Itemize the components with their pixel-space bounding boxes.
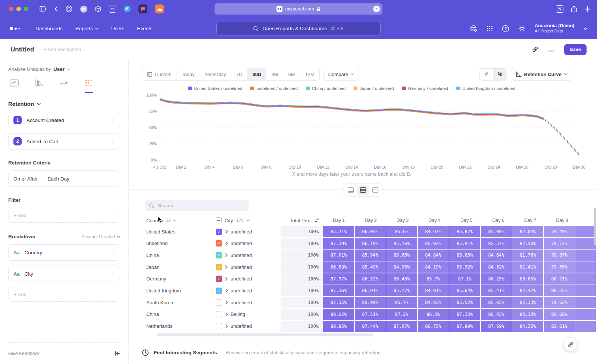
row-checkbox[interactable]: ✓ [216,264,222,270]
address-bar[interactable]: mixpanel.com ••• [215,3,382,15]
share-icon[interactable] [571,6,577,13]
range-3m[interactable]: 3M [266,68,283,80]
nav-dashboards[interactable]: Dashboards [35,26,63,31]
more-menu-icon[interactable]: ... [548,46,554,53]
zoom-window-icon[interactable] [24,7,28,11]
tab-retention[interactable] [85,79,93,93]
day-header[interactable]: Day 6 [483,218,514,223]
give-feedback-link[interactable]: Give Feedback [8,351,40,356]
range-custom[interactable]: Custom [142,68,176,80]
criteria-card[interactable]: On or After Each Day [8,170,120,187]
step-event-name[interactable]: Account Created [26,117,64,123]
apps-grid-icon[interactable] [487,25,493,32]
day-header[interactable]: Day 5 [451,218,482,223]
range-today[interactable]: Today [176,68,200,80]
breakdown-card-country[interactable]: Aa Country ⋮ [8,244,120,261]
compare-button[interactable]: Compare [323,68,359,81]
legend-item[interactable]: undefined / undefined [250,86,298,91]
expand-chevron-right-icon[interactable] [225,301,228,304]
row-checkbox[interactable] [216,323,222,329]
view-chart-icon[interactable] [345,185,356,195]
legend-item[interactable]: Japan / undefined [354,86,394,91]
country-column-header[interactable]: Country 52 [142,218,213,223]
add-description[interactable]: + Add description... [44,47,85,52]
legend-item[interactable]: Germany / undefined [402,86,448,91]
legend-item[interactable]: United Kingdom / undefined [456,86,515,91]
global-search[interactable]: Open Reports & Dashboards ⌘ + K [216,22,381,35]
gear-icon[interactable] [518,25,526,32]
help-icon[interactable]: ? [502,25,509,32]
expand-chevron-right-icon[interactable] [225,230,228,233]
page-actions-icon[interactable]: ••• [373,6,380,12]
row-checkbox[interactable] [216,299,222,306]
expand-chevron-right-icon[interactable] [225,324,228,328]
day-header[interactable]: Day 1 [323,218,354,223]
view-split-icon[interactable] [357,185,369,195]
day-header[interactable]: Day 3 [387,218,418,223]
breakdown-event-select[interactable]: Account Created [82,234,120,239]
expand-chevron-right-icon[interactable] [225,277,228,281]
range-30d[interactable]: 30D [247,68,266,80]
bird-favicon-icon[interactable] [124,5,131,13]
breakdown-property[interactable]: Country [25,250,42,255]
range-12m[interactable]: 12M [300,68,319,80]
tab-funnels[interactable] [35,79,43,93]
row-checkbox[interactable]: ✓ [216,276,222,282]
total-column-header[interactable]: Total Pro... [281,218,323,223]
breakdown-card-city[interactable]: Aa City ⋮ [8,266,120,282]
kebab-icon[interactable]: ⋮ [110,140,115,142]
range-yesterday[interactable]: Yesterday [200,68,231,80]
save-button[interactable]: Save [564,44,587,55]
chart-type-button[interactable]: Retention Curve [511,68,572,81]
day-header[interactable]: Day 8 [547,218,578,223]
breakdown-property[interactable]: City [25,271,33,277]
kebab-icon[interactable]: ⋮ [110,119,115,121]
soundcloud-favicon-icon[interactable] [155,4,164,13]
cube-favicon-icon[interactable] [95,6,101,12]
link-icon[interactable] [532,46,538,53]
row-checkbox[interactable]: ✓ [216,252,222,258]
criteria-condition[interactable]: On or After [13,176,38,182]
row-checkbox[interactable]: ✓ [216,229,222,235]
analyze-entity-select[interactable]: User [53,66,65,72]
row-checkbox[interactable] [216,311,222,317]
close-window-icon[interactable] [9,7,13,11]
unit-percent-button[interactable]: % [493,69,507,80]
horizontal-scrollbar[interactable] [157,333,373,336]
criteria-interval[interactable]: Each Day [47,176,69,182]
collapse-sidebar-icon[interactable] [115,351,120,356]
view-table-icon[interactable] [369,185,381,195]
step-event-name[interactable]: Added To Cart [26,139,59,144]
report-title[interactable]: Untitled [10,46,34,53]
expand-chevron-right-icon[interactable] [225,289,228,292]
back-icon[interactable] [54,6,58,12]
mixpanel-logo[interactable] [10,27,20,30]
kebab-icon[interactable]: ⋮ [110,251,115,254]
day-header[interactable]: Day 4 [419,218,450,223]
add-breakdown-button[interactable]: + Add [8,287,120,302]
expand-chevron-right-icon[interactable] [225,313,228,316]
m-favicon-icon[interactable]: m [80,6,87,13]
data-admin-icon[interactable] [470,25,478,32]
add-filter-button[interactable]: + Add [8,208,120,223]
nav-users[interactable]: Users [111,26,124,31]
patreon-favicon-icon[interactable] [138,4,147,13]
expand-chevron-right-icon[interactable] [225,242,228,245]
share-link-button[interactable] [563,337,578,351]
retention-section-title[interactable]: Retention [8,101,34,107]
day-header[interactable]: Day 7 [515,218,546,223]
vertical-scrollbar[interactable] [594,208,596,245]
segments-title[interactable]: Find Interesting Segments [154,350,217,355]
target-favicon-icon[interactable] [65,5,73,13]
tab-insights[interactable] [10,79,19,93]
tab-flows[interactable] [60,79,69,93]
minimize-window-icon[interactable] [16,7,21,11]
step-card-2[interactable]: 2 Added To Cart ⋮ [8,133,120,150]
row-checkbox[interactable]: ✓ [216,240,222,247]
notion-extension-icon[interactable]: N [556,5,563,13]
js-favicon-icon[interactable]: JS [109,6,116,13]
day-header[interactable]: Day 2 [355,218,387,223]
select-all-checkbox[interactable] [216,217,222,223]
city-column-header[interactable]: City 176 [213,217,281,223]
sidebar-toggle-icon[interactable] [40,6,47,12]
